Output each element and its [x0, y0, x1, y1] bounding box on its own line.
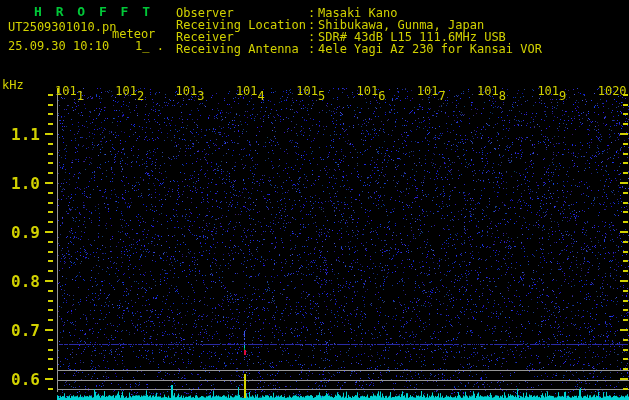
x-axis-label: 1014 — [236, 84, 265, 98]
observation-counter: 1_ . — [135, 40, 164, 52]
x-axis-label-sub: 7 — [438, 89, 445, 103]
x-axis-label-main: 101 — [236, 84, 258, 98]
x-axis-label: 1020 — [598, 84, 627, 98]
x-axis-label: 1013 — [176, 84, 205, 98]
observation-file-label: UT2509301010.pn — [8, 21, 116, 33]
x-axis-label-sub: 6 — [378, 89, 385, 103]
x-axis-label-sub: 2 — [137, 89, 144, 103]
y-axis-label: 0.7 — [0, 321, 40, 340]
spectrogram-canvas — [0, 0, 629, 400]
y-axis-label: 1.1 — [0, 125, 40, 144]
observation-datetime: 25.09.30 10:10 — [8, 40, 109, 52]
hrofft-screen: H R O F F T UT2509301010.pn meteor 25.09… — [0, 0, 629, 400]
app-title: H R O F F T — [34, 5, 153, 18]
y-axis-label: 0.9 — [0, 223, 40, 242]
x-axis-label-main: 101 — [417, 84, 439, 98]
x-axis-label: 1012 — [115, 84, 144, 98]
station-info-block: Observer:Masaki Kano Receiving Location:… — [176, 7, 542, 55]
x-axis-label-main: 101 — [55, 84, 77, 98]
x-axis-label-sub: 1 — [77, 89, 84, 103]
y-axis-label: 1.0 — [0, 174, 40, 193]
x-axis-label-sub: 8 — [499, 89, 506, 103]
x-axis-label: 1015 — [296, 84, 325, 98]
x-axis-label-main: 101 — [115, 84, 137, 98]
x-axis-label-sub: 4 — [258, 89, 265, 103]
x-axis-label-sub: 5 — [318, 89, 325, 103]
x-axis-label: 1017 — [417, 84, 446, 98]
x-axis-label: 1016 — [357, 84, 386, 98]
x-axis-label-sub: 3 — [197, 89, 204, 103]
x-axis-label-sub: 9 — [559, 89, 566, 103]
y-axis-unit-label: kHz — [2, 79, 24, 91]
x-axis-label: 1019 — [537, 84, 566, 98]
x-axis-label: 1011 — [55, 84, 84, 98]
info-row: Receiving Antenna:4ele Yagi Az 230 for K… — [176, 43, 542, 55]
x-axis-label-main: 101 — [477, 84, 499, 98]
y-axis-label: 0.6 — [0, 370, 40, 389]
x-axis-label-main: 101 — [296, 84, 318, 98]
info-label: Receiving Antenna — [176, 43, 308, 55]
x-axis-label: 1018 — [477, 84, 506, 98]
info-colon: : — [308, 43, 318, 55]
x-axis-label-main: 101 — [537, 84, 559, 98]
y-axis-label: 0.8 — [0, 272, 40, 291]
x-axis-label-main: 1020 — [598, 84, 627, 98]
x-axis-label-main: 101 — [176, 84, 198, 98]
x-axis-label-main: 101 — [357, 84, 379, 98]
info-value: 4ele Yagi Az 230 for Kansai VOR — [318, 43, 542, 55]
